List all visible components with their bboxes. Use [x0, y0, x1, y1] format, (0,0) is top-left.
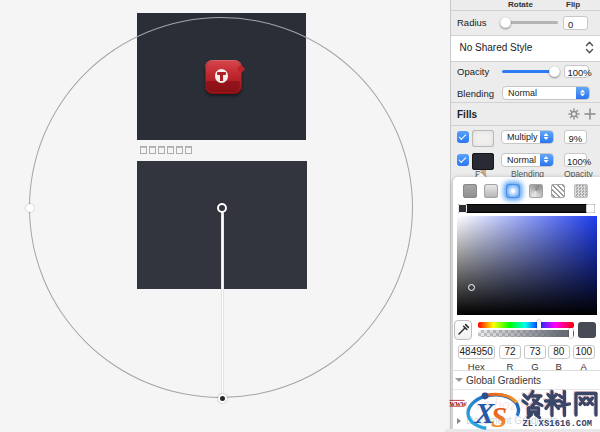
svg-text:S: S: [491, 401, 507, 432]
svg-text:ZL.XS1616.COM: ZL.XS1616.COM: [523, 419, 593, 429]
